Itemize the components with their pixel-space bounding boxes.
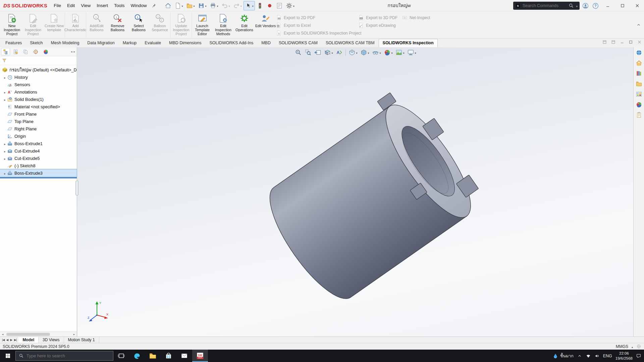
chevron-down-icon[interactable]	[391, 50, 393, 55]
task-pane-tab-3dexperience-marketplace[interactable]	[636, 49, 642, 57]
taskbar-app-task-view[interactable]	[113, 350, 129, 362]
menu[interactable]: Tools	[111, 0, 128, 11]
maximize-button[interactable]	[616, 0, 629, 11]
ribbon-button-update-inspection-project[interactable]: Update Inspection Project	[170, 12, 192, 38]
export-button-export-2d-pdf[interactable]: PDF Export to 2D PDF	[276, 15, 361, 20]
chevron-down-icon[interactable]	[193, 3, 195, 8]
scrollbar-thumb[interactable]	[6, 333, 50, 336]
task-pane-tab-file-explorer[interactable]	[636, 80, 642, 88]
toolbar-button-new-document[interactable]	[173, 1, 184, 10]
pane-icon[interactable]	[602, 40, 607, 45]
ribbon-button-launch-template-editor[interactable]: Launch Template Editor	[192, 12, 213, 38]
export-button-export-edrawing[interactable]: Export eDrawing	[358, 22, 397, 28]
view-tool-apply-scene[interactable]	[395, 49, 405, 56]
view-tool-view-settings[interactable]	[407, 49, 416, 56]
menu[interactable]: File	[51, 0, 64, 11]
toolbar-button-save[interactable]	[197, 1, 208, 10]
chevron-down-icon[interactable]	[292, 3, 294, 8]
scroll-right-icon[interactable]	[73, 50, 75, 53]
volume-icon[interactable]	[594, 353, 600, 359]
collapse-ribbon-icon[interactable]	[636, 22, 641, 27]
ribbon-button-create-new-template[interactable]: Create New template	[44, 12, 65, 38]
last-tab-icon[interactable]	[14, 338, 16, 342]
expand-arrow-icon[interactable]	[4, 171, 6, 176]
chevron-up-icon[interactable]	[632, 344, 633, 349]
tree-item-sketch8[interactable]: (-) Sketch8	[0, 162, 77, 169]
view-tool-zoom-to-fit[interactable]	[294, 49, 302, 56]
scroll-left-icon[interactable]	[71, 50, 72, 53]
tree-item-solid-bodies[interactable]: Solid Bodies(1)	[0, 96, 77, 103]
expand-arrow-icon[interactable]	[4, 156, 6, 161]
minimize-button[interactable]	[601, 0, 614, 11]
scroll-right-icon[interactable]	[71, 333, 77, 336]
ribbon-tab-solidworks-cam-tbm[interactable]: SOLIDWORKS CAM TBM	[322, 39, 379, 47]
tree-item-right-plane[interactable]: Right Plane	[0, 125, 77, 132]
view-tool-hide-show-items[interactable]	[372, 49, 381, 56]
menu[interactable]: Insert	[94, 0, 111, 11]
search-commands-input[interactable]	[523, 3, 567, 8]
tree-item-history[interactable]: History	[0, 73, 77, 81]
tree-item-boss-extrude3[interactable]: Boss-Extrude3	[0, 169, 77, 177]
taskbar-search-input[interactable]	[26, 353, 110, 358]
chevron-down-icon[interactable]	[205, 3, 207, 8]
ribbon-tab-data-migration[interactable]: Data Migration	[83, 39, 118, 47]
first-tab-icon[interactable]	[2, 338, 4, 342]
task-pane-tab-appearances-scenes[interactable]	[636, 101, 642, 109]
ribbon-button-select-balloons[interactable]: 1 Select Balloons	[128, 12, 149, 38]
part-model[interactable]	[77, 47, 633, 337]
taskbar-app-edge[interactable]	[129, 350, 145, 362]
view-tool-view-orientation[interactable]	[348, 49, 357, 56]
ribbon-tab-solidworks-cam[interactable]: SOLIDWORKS CAM	[275, 39, 322, 47]
view-tool-section-view[interactable]	[324, 49, 333, 56]
view-tool-dynamic-annotation-views[interactable]: A	[335, 49, 342, 56]
task-pane-tab-view-palette[interactable]	[636, 91, 642, 99]
ribbon-tab-features[interactable]: Features	[1, 39, 26, 47]
ribbon-button-balloon-sequence[interactable]: 12 Balloon Sequence	[149, 12, 170, 38]
tree-item-front-plane[interactable]: Front Plane	[0, 110, 77, 118]
toolbar-button-print[interactable]	[208, 1, 220, 10]
export-button-net-inspect[interactable]: ni Net-Inspect	[402, 15, 430, 20]
ribbon-tab-solidworks-add-ins[interactable]: SOLIDWORKS Add-Ins	[206, 39, 258, 47]
view-tool[interactable]	[345, 50, 345, 56]
toolbar-button-redo[interactable]	[232, 1, 243, 10]
pane-icon[interactable]	[611, 40, 616, 45]
search-commands-box[interactable]: S	[513, 2, 580, 10]
ribbon-button-remove-balloons[interactable]: 1 Remove Balloons	[107, 12, 128, 38]
tree-root-item[interactable]: กรอบใหญ่w (Default) <<Default>_Displ	[0, 66, 77, 73]
toolbar-button-home[interactable]	[163, 1, 173, 10]
ribbon-button-new-inspection-project[interactable]: New Inspection Project	[1, 12, 22, 38]
expand-arrow-icon[interactable]	[4, 89, 6, 95]
start-button[interactable]	[0, 350, 15, 362]
chevron-down-icon[interactable]	[240, 3, 242, 8]
tree-item-annotations[interactable]: A Annotations	[0, 88, 77, 96]
tree-item-boss-extrude1[interactable]: Boss-Extrude1	[0, 140, 77, 147]
taskbar-app-file-explorer[interactable]	[145, 350, 161, 362]
task-pane-tab-custom-properties[interactable]	[636, 112, 642, 119]
ribbon-tab-mbd[interactable]: MBD	[257, 39, 275, 47]
expand-arrow-icon[interactable]	[4, 75, 6, 80]
chevron-down-icon[interactable]	[181, 3, 183, 8]
tree-item-sensors[interactable]: Sensors	[0, 81, 77, 88]
ribbon-button-add-characteristic[interactable]: Add Characteristic	[65, 12, 86, 38]
doc-minimize-icon[interactable]	[620, 40, 625, 45]
action-center-icon[interactable]	[636, 353, 641, 359]
ribbon-tab-evaluate[interactable]: Evaluate	[141, 39, 165, 47]
scroll-left-icon[interactable]	[0, 333, 5, 336]
taskbar-app-mail[interactable]	[176, 350, 192, 362]
expand-arrow-icon[interactable]	[4, 148, 6, 154]
chevron-down-icon[interactable]	[379, 50, 381, 55]
doc-restore-icon[interactable]	[628, 40, 633, 45]
ribbon-tab-solidworks-inspection[interactable]: SOLIDWORKS Inspection	[379, 39, 438, 47]
toolbar-button-select[interactable]	[244, 1, 255, 10]
tree-item-top-plane[interactable]: Top Plane	[0, 118, 77, 125]
chevron-down-icon[interactable]	[228, 3, 230, 8]
chevron-down-icon[interactable]	[252, 3, 254, 8]
network-icon[interactable]	[586, 353, 591, 359]
expand-arrow-icon[interactable]	[4, 97, 6, 102]
panel-tab-configurationmanager[interactable]	[21, 48, 30, 55]
tree-horizontal-scrollbar[interactable]	[0, 331, 77, 337]
chevron-down-icon[interactable]	[355, 50, 357, 55]
user-account-button[interactable]	[581, 1, 590, 10]
toolbar-button-options[interactable]	[284, 1, 296, 10]
view-tool-previous-view[interactable]	[314, 49, 321, 56]
